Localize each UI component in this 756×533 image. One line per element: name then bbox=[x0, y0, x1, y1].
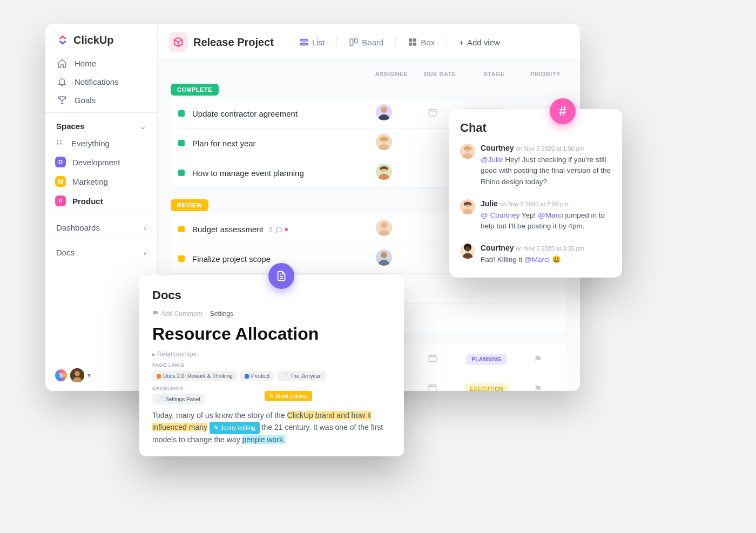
mention[interactable]: @Julie bbox=[481, 156, 503, 164]
nav-home[interactable]: Home bbox=[45, 54, 157, 72]
dashboards-label: Dashboards bbox=[56, 223, 100, 232]
avatar bbox=[376, 164, 392, 180]
brand-name: ClickUp bbox=[73, 34, 113, 46]
divider bbox=[45, 112, 157, 113]
status-icon bbox=[178, 170, 185, 176]
docs-header[interactable]: Docs › bbox=[45, 242, 157, 260]
nav-goals[interactable]: Goals bbox=[45, 91, 157, 109]
svg-point-19 bbox=[379, 144, 390, 150]
spaces-header[interactable]: Spaces ⌄ bbox=[45, 116, 157, 134]
docs-label: Docs bbox=[56, 248, 75, 257]
view-tab-list[interactable]: List bbox=[296, 35, 328, 49]
msg-time: on Nov 5 2020 at 1:50 pm bbox=[516, 145, 584, 152]
sidebar-item-product[interactable]: P Product bbox=[45, 191, 157, 211]
svg-rect-13 bbox=[409, 43, 413, 46]
svg-rect-17 bbox=[429, 109, 436, 116]
sidebar-item-everything[interactable]: Everything bbox=[45, 134, 157, 152]
divider bbox=[45, 239, 157, 239]
chevron-right-icon: › bbox=[144, 224, 146, 232]
cell-assignee[interactable] bbox=[360, 164, 408, 182]
doc-body[interactable]: Today, many of us know the story of the … bbox=[152, 410, 391, 446]
avatar bbox=[460, 244, 475, 259]
workspace-badge[interactable]: S bbox=[55, 369, 67, 381]
doc-text: Today, many of us know the story of the bbox=[152, 411, 287, 420]
view-tab-label: Box bbox=[421, 38, 435, 47]
avatar bbox=[460, 144, 475, 159]
page-link-chip[interactable]: Product bbox=[240, 371, 274, 381]
docs-fab[interactable] bbox=[268, 263, 294, 289]
status-icon bbox=[178, 226, 185, 232]
add-comment-button[interactable]: Add Comment bbox=[152, 310, 202, 318]
status-icon bbox=[178, 140, 185, 146]
chat-fab[interactable]: # bbox=[550, 98, 576, 124]
cell-stage[interactable]: PLANNING bbox=[457, 354, 516, 365]
page-link-chip[interactable]: Docs 2.0: Rework & Thinking bbox=[152, 371, 237, 381]
view-tab-board[interactable]: Board bbox=[346, 35, 387, 49]
svg-rect-14 bbox=[413, 43, 416, 46]
svg-point-15 bbox=[381, 107, 387, 113]
msg-time: on Nov 5 2020 at 3:15 pm bbox=[516, 245, 584, 252]
space-badge-m: M bbox=[55, 176, 66, 187]
svg-point-3 bbox=[60, 143, 62, 145]
status-icon bbox=[178, 255, 185, 262]
cell-priority[interactable]: ⚑ bbox=[516, 383, 559, 391]
svg-rect-40 bbox=[429, 384, 436, 391]
cell-stage[interactable]: EXECUTION bbox=[457, 383, 516, 392]
space-badge-p: P bbox=[55, 195, 66, 206]
msg-text: @Julie Hey! Just checking if you're stil… bbox=[481, 154, 611, 187]
add-view-label: Add view bbox=[467, 38, 500, 47]
divider bbox=[447, 36, 447, 48]
chevron-down-icon[interactable]: ▾ bbox=[87, 372, 91, 379]
msg-text: Fab! Killing it @Marci 😃 bbox=[481, 254, 611, 265]
cell-assignee[interactable] bbox=[360, 249, 408, 268]
chevron-right-icon: › bbox=[144, 248, 146, 257]
view-tab-box[interactable]: Box bbox=[404, 35, 438, 49]
space-badge-d: D bbox=[55, 157, 66, 167]
avatar bbox=[376, 104, 392, 120]
mention[interactable]: @ Courtney bbox=[481, 211, 519, 219]
cell-due-date[interactable] bbox=[408, 383, 457, 392]
board-icon bbox=[349, 37, 359, 47]
space-label: Marketing bbox=[72, 177, 108, 186]
svg-point-47 bbox=[462, 208, 473, 214]
msg-author: Courtney bbox=[481, 244, 514, 252]
cell-assignee[interactable] bbox=[360, 220, 408, 238]
svg-point-49 bbox=[465, 247, 470, 252]
user-avatar[interactable] bbox=[70, 368, 84, 382]
sidebar-item-development[interactable]: D Development bbox=[45, 152, 157, 172]
group-label-review[interactable]: REVIEW bbox=[171, 199, 208, 211]
col-assignee: ASSIGNEE bbox=[367, 71, 416, 77]
task-name: How to manage event planning bbox=[192, 168, 360, 178]
avatar bbox=[376, 220, 392, 236]
doc-icon: 📄 bbox=[157, 396, 163, 402]
cell-priority[interactable]: ⚑ bbox=[516, 353, 559, 365]
doc-settings-button[interactable]: Settings bbox=[210, 310, 233, 318]
dashboards-header[interactable]: Dashboards › bbox=[45, 218, 157, 235]
mention[interactable]: @Marci bbox=[524, 255, 550, 264]
cell-due-date[interactable] bbox=[408, 353, 457, 366]
comment-count[interactable]: 3 bbox=[269, 226, 288, 234]
cell-assignee[interactable] bbox=[360, 104, 408, 123]
svg-point-25 bbox=[379, 260, 390, 266]
cell-assignee[interactable] bbox=[360, 134, 408, 152]
doc-highlight-cyan: people work. bbox=[242, 435, 285, 444]
col-priority: PRIORITY bbox=[524, 71, 567, 77]
task-name: Plan for next year bbox=[192, 139, 360, 148]
svg-point-1 bbox=[60, 140, 62, 142]
plus-icon: + bbox=[459, 38, 464, 47]
backlink-chip[interactable]: 📄Settings Panel bbox=[152, 394, 205, 404]
svg-point-45 bbox=[462, 153, 473, 159]
svg-rect-9 bbox=[350, 39, 353, 45]
mention[interactable]: @Marci bbox=[538, 211, 563, 219]
doc-overlay-card: Docs Add Comment Settings Resource Alloc… bbox=[139, 275, 404, 456]
svg-point-2 bbox=[57, 143, 59, 145]
hash-icon: # bbox=[559, 104, 566, 119]
chat-message: Courtneyon Nov 5 2020 at 1:50 pm @Julie … bbox=[460, 144, 611, 187]
chat-overlay-card: Chat Courtneyon Nov 5 2020 at 1:50 pm @J… bbox=[449, 109, 622, 278]
add-view-button[interactable]: + Add view bbox=[459, 38, 500, 47]
sidebar-item-marketing[interactable]: M Marketing bbox=[45, 172, 157, 191]
doc-relationships[interactable]: ▸ Relationships bbox=[152, 350, 391, 358]
group-label-complete[interactable]: COMPLETE bbox=[171, 84, 219, 96]
nav-notifications[interactable]: Notifications bbox=[45, 72, 157, 91]
page-link-chip[interactable]: 📄The Jerrycan bbox=[277, 371, 326, 381]
